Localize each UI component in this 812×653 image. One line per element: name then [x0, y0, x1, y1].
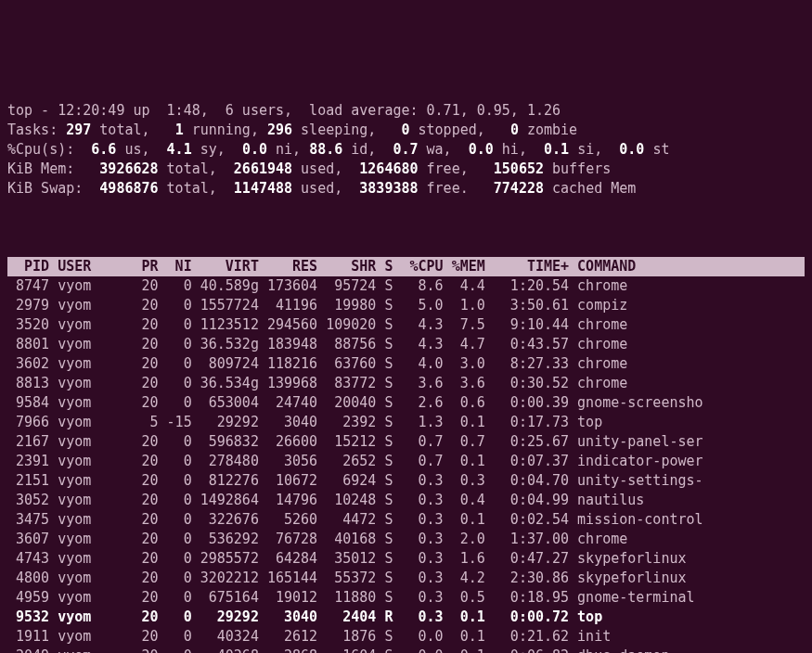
- swap-total: 4986876: [99, 180, 166, 197]
- process-row[interactable]: 9584 vyom 20 0 653004 24740 20040 S 2.6 …: [7, 393, 805, 413]
- tasks-running: 1: [175, 122, 192, 138]
- column-header[interactable]: PID USER PR NI VIRT RES SHR S %CPU %MEM …: [7, 257, 805, 276]
- process-row[interactable]: 2167 vyom 20 0 596832 26600 15212 S 0.7 …: [7, 432, 805, 452]
- cpu-st: 0.0: [619, 141, 652, 158]
- process-row[interactable]: 4743 vyom 20 0 2985572 64284 35012 S 0.3…: [7, 549, 805, 569]
- process-row[interactable]: 4800 vyom 20 0 3202212 165144 55372 S 0.…: [7, 569, 805, 588]
- swap-used: 1147488: [234, 180, 301, 197]
- swap-free: 3839388: [359, 180, 426, 197]
- process-row[interactable]: 3052 vyom 20 0 1492864 14796 10248 S 0.3…: [7, 491, 805, 510]
- mem-label: KiB Mem:: [7, 160, 99, 177]
- tasks-stopped: 0: [401, 122, 418, 138]
- process-row[interactable]: 8801 vyom 20 0 36.532g 183948 88756 S 4.…: [7, 335, 805, 354]
- tasks-zombie: 0: [510, 122, 527, 138]
- process-row[interactable]: 2049 vyom 20 0 40268 2868 1604 S 0.0 0.1…: [7, 647, 805, 653]
- cpu-label: %Cpu(s):: [7, 141, 91, 158]
- process-row[interactable]: 3520 vyom 20 0 1123512 294560 109020 S 4…: [7, 315, 805, 335]
- summary-area: top - 12:20:49 up 1:48, 6 users, load av…: [7, 82, 805, 198]
- process-row[interactable]: 3475 vyom 20 0 322676 5260 4472 S 0.3 0.…: [7, 510, 805, 530]
- mem-total: 3926628: [99, 160, 166, 177]
- mem-used: 2661948: [234, 160, 301, 177]
- process-row[interactable]: 2391 vyom 20 0 278480 3056 2652 S 0.7 0.…: [7, 452, 805, 471]
- mem-free: 1264680: [359, 160, 426, 177]
- process-row[interactable]: 3602 vyom 20 0 809724 118216 63760 S 4.0…: [7, 354, 805, 374]
- cpu-sy: 4.1: [167, 141, 200, 158]
- cpu-si: 0.1: [544, 141, 577, 158]
- process-row[interactable]: 3607 vyom 20 0 536292 76728 40168 S 0.3 …: [7, 530, 805, 549]
- cpu-hi: 0.0: [469, 141, 502, 158]
- process-list[interactable]: 8747 vyom 20 0 40.589g 173604 95724 S 8.…: [7, 276, 805, 653]
- tasks-sleeping: 296: [267, 122, 301, 138]
- tasks-total: 297: [66, 122, 99, 138]
- process-row[interactable]: 8813 vyom 20 0 36.534g 139968 83772 S 3.…: [7, 374, 805, 393]
- process-row[interactable]: 2151 vyom 20 0 812276 10672 6924 S 0.3 0…: [7, 471, 805, 491]
- process-row[interactable]: 8747 vyom 20 0 40.589g 173604 95724 S 8.…: [7, 276, 805, 296]
- cpu-ni: 0.0: [242, 141, 276, 158]
- process-row[interactable]: 1911 vyom 20 0 40324 2612 1876 S 0.0 0.1…: [7, 627, 805, 647]
- cpu-wa: 0.7: [393, 141, 426, 158]
- blank-line: [7, 218, 805, 237]
- process-row[interactable]: 4959 vyom 20 0 675164 19012 11880 S 0.3 …: [7, 588, 805, 608]
- tasks-label: Tasks:: [7, 122, 66, 138]
- process-row[interactable]: 2979 vyom 20 0 1557724 41196 19980 S 5.0…: [7, 296, 805, 315]
- cpu-us: 6.6: [91, 141, 124, 158]
- mem-buffers: 150652: [494, 160, 552, 177]
- uptime-line: top - 12:20:49 up 1:48, 6 users, load av…: [7, 102, 561, 119]
- swap-label: KiB Swap:: [7, 180, 99, 197]
- cpu-id: 88.6: [309, 141, 351, 158]
- swap-cached: 774228: [494, 180, 552, 197]
- process-row[interactable]: 9532 vyom 20 0 29292 3040 2404 R 0.3 0.1…: [7, 608, 805, 627]
- process-row[interactable]: 7966 vyom 5 -15 29292 3040 2392 S 1.3 0.…: [7, 413, 805, 432]
